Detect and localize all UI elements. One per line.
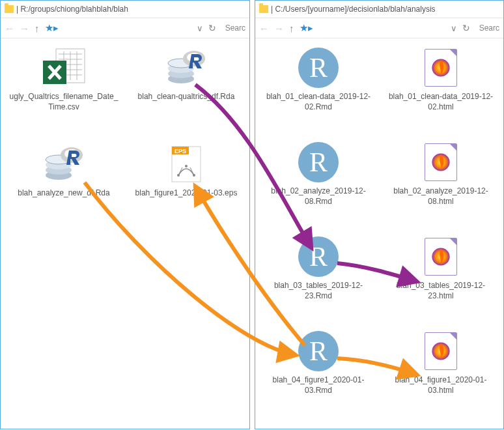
file-item-rmd-2[interactable]: R blah_02_analyze_2019-12-08.Rmd <box>263 141 374 207</box>
file-label: blah_03_tables_2019-12-23.html <box>385 281 496 301</box>
favorite-star-icon[interactable]: ★▸ <box>300 22 313 34</box>
file-label: blah_04_figure1_2020-01-03.html <box>385 375 496 395</box>
file-area: ugly_Qualtrics_filename_Date_Time.csv <box>1 38 249 54</box>
search-label[interactable]: Searc <box>225 23 245 33</box>
file-label: blah_03_tables_2019-12-23.Rmd <box>263 281 374 301</box>
refresh-icon[interactable]: ↻ <box>462 23 470 33</box>
folder-icon <box>5 5 14 13</box>
svg-point-27 <box>185 165 188 167</box>
explorer-window-right: | C:/Users/[yourname]/decisionlab/blah/a… <box>255 0 504 429</box>
html-icon <box>425 49 457 87</box>
file-label: blah_clean-qualtrics_df.Rda <box>131 92 242 102</box>
file-area: R blah_01_clean-data_2019-12-02.Rmd blah… <box>255 38 503 54</box>
file-item-rda-2[interactable]: blah_analyze_new_df.Rda <box>8 143 119 199</box>
rda-icon <box>44 144 83 184</box>
favorite-star-icon[interactable]: ★▸ <box>45 22 59 34</box>
dropdown-icon[interactable]: ∨ <box>197 23 203 33</box>
file-item-rmd-3[interactable]: R blah_03_tables_2019-12-23.Rmd <box>263 235 374 301</box>
file-item-eps[interactable]: EPS blah_figure1_2020-01-03.eps <box>131 143 242 199</box>
file-label: blah_01_clean-data_2019-12-02.Rmd <box>263 92 374 112</box>
dropdown-icon[interactable]: ∨ <box>451 23 457 33</box>
html-icon <box>425 143 457 181</box>
toolbar: ← → ↑ ★▸ ∨ ↻ Searc <box>255 18 503 38</box>
file-label: blah_01_clean-data_2019-12-02.html <box>385 92 496 112</box>
html-icon <box>425 332 457 370</box>
file-label: blah_02_analyze_2019-12-08.Rmd <box>263 186 374 207</box>
file-label: blah_figure1_2020-01-03.eps <box>131 188 242 199</box>
r-icon: R <box>298 331 339 371</box>
search-label[interactable]: Searc <box>479 23 499 33</box>
r-icon: R <box>298 142 339 182</box>
file-label: blah_04_figure1_2020-01-03.Rmd <box>263 375 374 395</box>
svg-text:EPS: EPS <box>175 148 186 154</box>
html-icon <box>425 238 457 276</box>
back-arrow-icon[interactable]: ← <box>5 23 14 34</box>
file-item-html-1[interactable]: blah_01_clean-data_2019-12-02.html <box>385 46 496 112</box>
file-item-html-2[interactable]: blah_02_analyze_2019-12-08.html <box>385 141 496 207</box>
file-label: ugly_Qualtrics_filename_Date_Time.csv <box>8 92 119 112</box>
window-title: R:/groups/chiong/blahblah/blah <box>20 5 128 14</box>
up-arrow-icon[interactable]: ↑ <box>289 23 294 34</box>
back-arrow-icon[interactable]: ← <box>259 23 269 34</box>
rda-icon <box>167 48 206 88</box>
up-arrow-icon[interactable]: ↑ <box>35 23 40 34</box>
titlebar: | C:/Users/[yourname]/decisionlab/blah/a… <box>255 1 503 18</box>
file-label: blah_02_analyze_2019-12-08.html <box>385 186 496 207</box>
refresh-icon[interactable]: ↻ <box>208 23 216 33</box>
file-item-csv[interactable]: ugly_Qualtrics_filename_Date_Time.csv <box>8 46 119 112</box>
forward-arrow-icon[interactable]: → <box>20 23 29 34</box>
window-title: C:/Users/[yourname]/decisionlab/blah/ana… <box>275 5 435 14</box>
file-item-rmd-4[interactable]: R blah_04_figure1_2020-01-03.Rmd <box>263 330 374 395</box>
forward-arrow-icon[interactable]: → <box>274 23 284 34</box>
file-item-html-4[interactable]: blah_04_figure1_2020-01-03.html <box>385 330 496 395</box>
folder-icon <box>259 5 268 13</box>
file-label: blah_analyze_new_df.Rda <box>8 188 119 199</box>
file-item-rda-1[interactable]: blah_clean-qualtrics_df.Rda <box>131 46 242 102</box>
titlebar: | R:/groups/chiong/blahblah/blah <box>1 1 249 18</box>
file-item-html-3[interactable]: blah_03_tables_2019-12-23.html <box>385 235 496 301</box>
file-item-rmd-1[interactable]: R blah_01_clean-data_2019-12-02.Rmd <box>263 46 374 112</box>
eps-icon: EPS <box>169 144 203 184</box>
r-icon: R <box>298 236 339 277</box>
toolbar: ← → ↑ ★▸ ∨ ↻ Searc <box>1 18 249 38</box>
explorer-window-left: | R:/groups/chiong/blahblah/blah ← → ↑ ★… <box>0 0 250 429</box>
csv-icon <box>39 48 89 88</box>
r-icon: R <box>298 48 339 88</box>
